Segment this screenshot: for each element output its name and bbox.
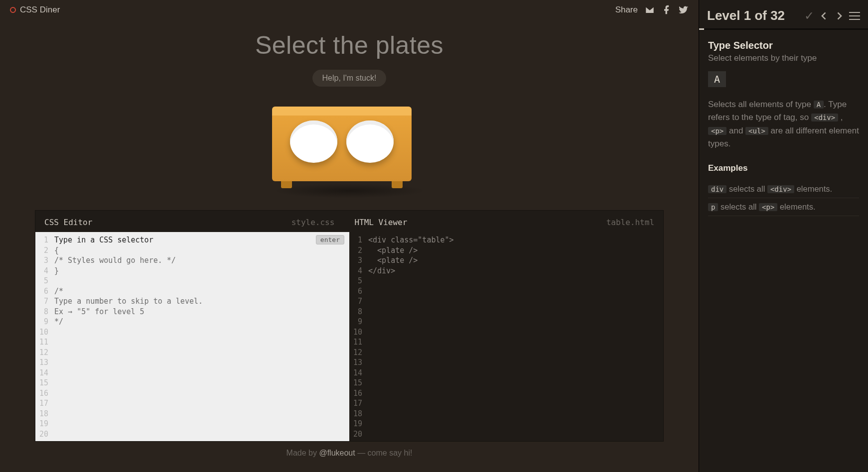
footer: Made by @flukeout — come say hi!	[0, 449, 699, 458]
checkmark-icon: ✓	[804, 9, 814, 23]
hero: Select the plates Help, I'm stuck!	[0, 31, 699, 87]
examples-title: Examples	[708, 163, 859, 173]
css-input[interactable]: Type in a CSS selector { /* Styles would…	[52, 232, 349, 441]
plate[interactable]	[290, 120, 337, 163]
css-pane: 1 2 3 4 5 6 7 8 9 10 11 12 13 14 15 16 1…	[35, 232, 349, 441]
facebook-icon[interactable]	[662, 5, 672, 15]
css-file-name: style.css	[291, 218, 335, 227]
syntax-example: A	[708, 71, 726, 87]
footer-prefix: Made by	[287, 449, 319, 457]
enter-button[interactable]: enter	[316, 235, 344, 244]
html-code: <div class="table"> <plate /> <plate /> …	[366, 232, 663, 441]
css-gutter: 1 2 3 4 5 6 7 8 9 10 11 12 13 14 15 16 1…	[35, 232, 52, 441]
share-links: Share	[615, 5, 689, 15]
game-table	[0, 107, 699, 198]
html-gutter: 1 2 3 4 5 6 7 8 9 10 11 12 13 14 15 16 1…	[349, 232, 366, 441]
menu-icon[interactable]	[849, 9, 860, 22]
share-label: Share	[615, 5, 638, 15]
help-button[interactable]: Help, I'm stuck!	[312, 70, 387, 87]
logo-icon	[10, 7, 16, 13]
css-editor-title: CSS Editor	[44, 218, 92, 227]
selector-subtitle: Select elements by their type	[708, 53, 859, 63]
sidebar: Level 1 of 32 ✓ Type Selector Select ele…	[699, 0, 868, 472]
footer-author[interactable]: @flukeout	[319, 449, 355, 457]
page-title: Select the plates	[0, 31, 699, 60]
html-pane: 1 2 3 4 5 6 7 8 9 10 11 12 13 14 15 16 1…	[349, 232, 663, 441]
progress-bar	[699, 28, 868, 30]
twitter-icon[interactable]	[679, 5, 689, 15]
prev-level-button[interactable]	[819, 11, 829, 21]
footer-suffix: — come say hi!	[355, 449, 413, 457]
next-level-button[interactable]	[834, 11, 844, 21]
selector-title: Type Selector	[708, 40, 859, 51]
logo-text: CSS Diner	[20, 5, 60, 15]
plate[interactable]	[346, 120, 394, 163]
email-icon[interactable]	[645, 5, 655, 15]
example-item: div selects all <div> elements.	[708, 180, 859, 198]
html-file-name: table.html	[606, 218, 654, 227]
editor: CSS Editor style.css HTML Viewer table.h…	[35, 210, 664, 442]
example-item: p selects all <p> elements.	[708, 198, 859, 216]
logo: CSS Diner	[10, 5, 60, 15]
level-indicator: Level 1 of 32	[707, 8, 797, 23]
html-viewer-title: HTML Viewer	[354, 218, 407, 227]
help-text: Selects all elements of type A. Type ref…	[708, 98, 859, 150]
header: CSS Diner Share	[0, 0, 699, 20]
